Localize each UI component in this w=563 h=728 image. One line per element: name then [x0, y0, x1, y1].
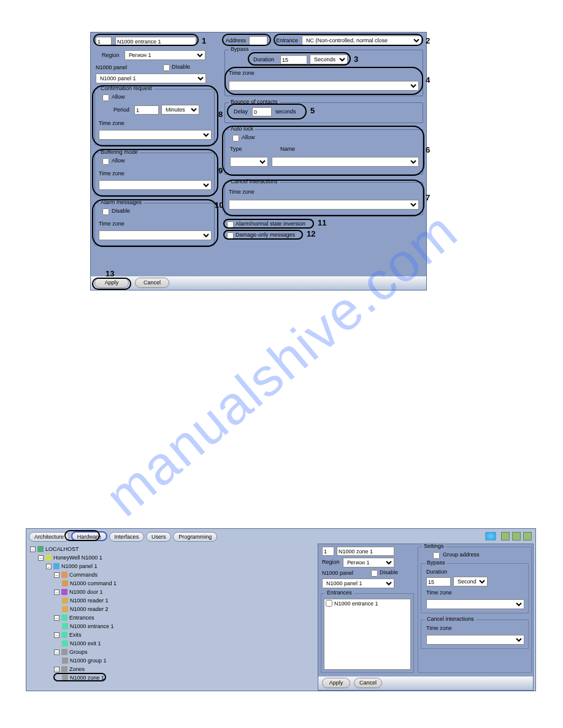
- callout-7: 7: [426, 193, 430, 202]
- zone-parent-select[interactable]: N1000 panel 1: [322, 578, 394, 588]
- settings-tz-select[interactable]: [426, 599, 524, 609]
- tab-programming[interactable]: Programming: [173, 532, 217, 542]
- damage-checkbox[interactable]: [227, 232, 234, 239]
- tree-commands[interactable]: Commands: [69, 571, 98, 579]
- speaker-icon[interactable]: [485, 532, 496, 540]
- tab-hardware[interactable]: Hardware: [71, 531, 107, 541]
- autolock-name-select[interactable]: [272, 157, 419, 167]
- window-max-icon[interactable]: [512, 532, 521, 540]
- window-min-icon[interactable]: [501, 532, 510, 540]
- settings-duration-unit[interactable]: Seconds: [453, 577, 488, 586]
- settings-cancel-tz-label: Time zone: [426, 625, 452, 631]
- zone-name-field[interactable]: [337, 547, 394, 556]
- bypass-duration-field[interactable]: [280, 55, 307, 64]
- buffering-tz-select[interactable]: [99, 180, 212, 190]
- settings-duration-label: Duration: [426, 569, 447, 575]
- tree-reader-2[interactable]: N1000 reader 2: [70, 605, 109, 613]
- zone-cancel-button[interactable]: Cancel: [354, 678, 382, 688]
- bypass-tz-select[interactable]: [229, 81, 419, 91]
- zone-disable-checkbox[interactable]: [371, 570, 378, 577]
- group-address-checkbox[interactable]: [433, 552, 440, 559]
- fig2-tabbar: Architecture Hardware Interfaces Users P…: [29, 531, 533, 544]
- inversion-checkbox[interactable]: [227, 221, 234, 228]
- settings-title: Settings: [422, 543, 446, 549]
- inversion-label: Alarm/normal state inversion: [236, 221, 305, 227]
- zone-region-select[interactable]: Регион 1: [343, 558, 394, 567]
- tree-reader-1[interactable]: N1000 reader 1: [70, 596, 109, 605]
- exit-icon: [62, 640, 68, 646]
- bounce-delay-label: Delay: [234, 108, 248, 115]
- confirmation-allow-checkbox[interactable]: [102, 94, 109, 101]
- address-field[interactable]: [249, 36, 267, 45]
- tab-architecture[interactable]: Architecture: [29, 532, 69, 542]
- tree-zone-1[interactable]: N1000 zone 1: [70, 673, 104, 682]
- confirmation-title: Confirmation request: [99, 85, 154, 91]
- alarm-disable-checkbox[interactable]: [102, 208, 109, 215]
- settings-tz-label: Time zone: [426, 590, 452, 596]
- tree-zones[interactable]: Zones: [69, 665, 85, 673]
- tab-interfaces[interactable]: Interfaces: [109, 532, 145, 542]
- parent-select[interactable]: N1000 panel 1: [96, 74, 206, 83]
- panel-icon: [53, 563, 59, 569]
- damage-label: Damage-only messages: [236, 232, 295, 238]
- cancel-button[interactable]: Cancel: [135, 278, 169, 288]
- entrance-item-checkbox[interactable]: [326, 600, 332, 607]
- entrance-select[interactable]: NC (Non-controlled, normal close: [302, 36, 422, 45]
- tree-entrance-1[interactable]: N1000 entrance 1: [70, 622, 114, 631]
- tree-command-1[interactable]: N1000 command 1: [70, 579, 117, 588]
- fig1-panel: Region Регион 1 N1000 panel Disable N100…: [90, 32, 427, 290]
- bypass-duration-unit[interactable]: Seconds: [310, 55, 348, 64]
- confirmation-period-field[interactable]: [134, 105, 159, 115]
- apply-button[interactable]: Apply: [94, 278, 129, 288]
- id-field[interactable]: [96, 37, 112, 46]
- tree-groups[interactable]: Groups: [69, 648, 88, 656]
- cancel-tz-select[interactable]: [229, 200, 419, 210]
- tree-exits[interactable]: Exits: [69, 631, 82, 639]
- tree-door[interactable]: N1000 door 1: [69, 588, 103, 596]
- settings-cancel-tz-select[interactable]: [426, 635, 524, 645]
- settings-duration-field[interactable]: [426, 577, 451, 586]
- entrance-label: Entrance: [276, 37, 298, 44]
- zone-icon: [62, 675, 68, 681]
- autolock-title: Auto lock: [229, 126, 255, 132]
- confirmation-tz-select[interactable]: [99, 130, 212, 140]
- buffering-title: Buffering mode: [99, 149, 140, 155]
- callout-4: 4: [426, 75, 430, 85]
- confirmation-period-unit[interactable]: Minutes: [161, 105, 199, 115]
- fig2-bottombar: Apply Cancel: [318, 677, 533, 690]
- callout-5: 5: [310, 106, 315, 115]
- alarm-tz-select[interactable]: [99, 230, 212, 240]
- callout-11: 11: [318, 218, 326, 227]
- tree-honeywell[interactable]: HoneyWell N1000 1: [53, 553, 102, 562]
- commands-icon: [61, 572, 67, 578]
- alarm-group: Alarm messages Disable Time zone: [94, 203, 215, 246]
- name-field[interactable]: [115, 37, 196, 46]
- address-label: Address: [226, 37, 246, 44]
- group-address-label: Group address: [443, 552, 480, 558]
- tree-exit-1[interactable]: N1000 exit 1: [70, 639, 101, 648]
- autolock-allow-label: Allow: [242, 134, 255, 140]
- disable-checkbox[interactable]: [163, 64, 170, 71]
- confirmation-period-label: Period: [113, 107, 129, 113]
- autolock-allow-checkbox[interactable]: [232, 135, 239, 142]
- hardware-tree[interactable]: –LOCALHOST –HoneyWell N1000 1 –N1000 pan…: [30, 545, 183, 682]
- zone-id-field[interactable]: [322, 547, 334, 556]
- bounce-delay-field[interactable]: [252, 107, 272, 116]
- autolock-type-label: Type: [230, 146, 242, 152]
- window-close-icon[interactable]: [523, 532, 532, 540]
- settings-bypass-group: Bypass Duration Seconds Time zone: [421, 563, 529, 613]
- tree-entrances[interactable]: Entrances: [69, 613, 94, 622]
- cancel-title: Cancel interactions: [229, 178, 280, 184]
- tree-panel[interactable]: N1000 panel 1: [61, 562, 98, 571]
- entrances-listbox[interactable]: N1000 entrance 1: [324, 599, 411, 670]
- autolock-type-select[interactable]: [230, 157, 268, 167]
- parent-label: N1000 panel: [96, 64, 127, 70]
- tree-group-1[interactable]: N1000 group 1: [70, 656, 107, 665]
- region-select[interactable]: Регион 1: [124, 50, 205, 60]
- tab-users[interactable]: Users: [146, 532, 172, 542]
- command-icon: [62, 580, 68, 586]
- tree-localhost[interactable]: LOCALHOST: [45, 545, 79, 553]
- zone-apply-button[interactable]: Apply: [322, 678, 350, 688]
- buffering-allow-checkbox[interactable]: [102, 158, 109, 165]
- bypass-title: Bypass: [229, 46, 251, 52]
